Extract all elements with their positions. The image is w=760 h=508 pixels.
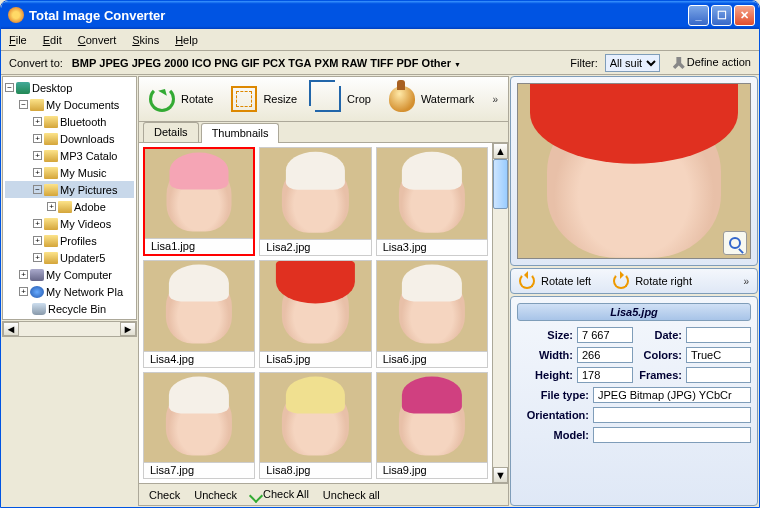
filter-label: Filter: [570, 57, 598, 69]
tree-node-mp3-catalo[interactable]: +MP3 Catalo [5, 147, 134, 164]
net-icon [30, 286, 44, 298]
check-button[interactable]: Check [149, 489, 180, 501]
tree-node-my-pictures[interactable]: −My Pictures [5, 181, 134, 198]
expand-icon[interactable]: + [33, 117, 42, 126]
expand-icon[interactable]: + [33, 253, 42, 262]
thumbnail-Lisa6[interactable]: Lisa6.jpg [376, 260, 488, 367]
scroll-left-button[interactable]: ◄ [3, 322, 19, 336]
format-tiff[interactable]: TIFF [370, 57, 393, 69]
expand-icon[interactable]: + [33, 151, 42, 160]
expand-icon[interactable]: + [33, 168, 42, 177]
convert-label: Convert to: [9, 57, 63, 69]
tree-node-my-computer[interactable]: +My Computer [5, 266, 134, 283]
crop-button[interactable]: Crop [315, 86, 371, 112]
scroll-up-button[interactable]: ▲ [493, 143, 508, 159]
menu-file[interactable]: File [9, 34, 27, 46]
rotate-right-button[interactable]: Rotate right [635, 275, 692, 287]
thumbnail-Lisa7[interactable]: Lisa7.jpg [143, 372, 255, 479]
check-all-button[interactable]: Check All [251, 488, 309, 500]
menu-convert[interactable]: Convert [78, 34, 117, 46]
watermark-button[interactable]: Watermark [389, 86, 474, 112]
uncheck-all-button[interactable]: Uncheck all [323, 489, 380, 501]
define-action-button[interactable]: Define action [673, 56, 751, 69]
format-jpeg[interactable]: JPEG [99, 57, 128, 69]
resize-button[interactable]: Resize [231, 86, 297, 112]
format-gif[interactable]: GIF [241, 57, 259, 69]
thumbs-scrollbar[interactable]: ▲ ▼ [492, 143, 508, 483]
thumbnail-Lisa3[interactable]: Lisa3.jpg [376, 147, 488, 256]
folder-tree[interactable]: −Desktop−My Documents+Bluetooth+Download… [2, 76, 137, 320]
thumbnail-Lisa5[interactable]: Lisa5.jpg [259, 260, 371, 367]
tree-node-downloads[interactable]: +Downloads [5, 130, 134, 147]
preview-panel [510, 76, 758, 266]
size-value: 7 667 [577, 327, 633, 343]
format-bmp[interactable]: BMP [72, 57, 96, 69]
scroll-down-button[interactable]: ▼ [493, 467, 508, 483]
thumbnail-Lisa4[interactable]: Lisa4.jpg [143, 260, 255, 367]
format-pxm[interactable]: PXM [315, 57, 339, 69]
format-other[interactable]: Other ▼ [422, 57, 461, 69]
expand-icon[interactable]: − [19, 100, 28, 109]
uncheck-button[interactable]: Uncheck [194, 489, 237, 501]
format-pdf[interactable]: PDF [397, 57, 419, 69]
folder-icon [44, 116, 58, 128]
thumbnail-Lisa8[interactable]: Lisa8.jpg [259, 372, 371, 479]
expand-icon[interactable]: − [5, 83, 14, 92]
tree-node-desktop[interactable]: −Desktop [5, 79, 134, 96]
tree-node-adobe[interactable]: +Adobe [5, 198, 134, 215]
menu-edit[interactable]: Edit [43, 34, 62, 46]
close-button[interactable]: ✕ [734, 5, 755, 26]
thumbnail-Lisa9[interactable]: Lisa9.jpg [376, 372, 488, 479]
scroll-right-button[interactable]: ► [120, 322, 136, 336]
expand-icon[interactable]: + [19, 287, 28, 296]
zoom-button[interactable] [723, 231, 747, 255]
tree-scrollbar[interactable]: ◄ ► [2, 321, 137, 337]
tab-details[interactable]: Details [143, 122, 199, 142]
expand-icon[interactable]: − [33, 185, 42, 194]
expand-icon[interactable]: + [47, 202, 56, 211]
tree-label: Profiles [60, 235, 97, 247]
scroll-track[interactable] [19, 322, 120, 336]
height-value: 178 [577, 367, 633, 383]
thumbnail-Lisa1[interactable]: Lisa1.jpg [143, 147, 255, 256]
format-raw[interactable]: RAW [342, 57, 368, 69]
expand-icon[interactable]: + [33, 236, 42, 245]
folder-icon [44, 150, 58, 162]
menu-skins[interactable]: Skins [132, 34, 159, 46]
format-tga[interactable]: TGA [288, 57, 311, 69]
expand-icon[interactable]: + [33, 219, 42, 228]
orientation-label: Orientation: [517, 409, 589, 421]
minimize-button[interactable]: _ [688, 5, 709, 26]
rotate-expand-button[interactable]: » [743, 276, 749, 287]
folder-icon [44, 133, 58, 145]
tree-node-updater5[interactable]: +Updater5 [5, 249, 134, 266]
properties-panel: Lisa5.jpg Size: 7 667 Date: Width: 266 C… [510, 296, 758, 506]
menu-help[interactable]: Help [175, 34, 198, 46]
expand-icon[interactable]: + [33, 134, 42, 143]
tree-node-my-videos[interactable]: +My Videos [5, 215, 134, 232]
tree-node-my-music[interactable]: +My Music [5, 164, 134, 181]
format-jpeg2000[interactable]: JPEG 2000 [132, 57, 189, 69]
format-png[interactable]: PNG [214, 57, 238, 69]
crop-icon [315, 86, 341, 112]
thumbnail-Lisa2[interactable]: Lisa2.jpg [259, 147, 371, 256]
tree-node-my-network-pla[interactable]: +My Network Pla [5, 283, 134, 300]
toolbar-expand-button[interactable]: » [492, 94, 498, 105]
rotate-left-button[interactable]: Rotate left [541, 275, 591, 287]
tree-node-my-documents[interactable]: −My Documents [5, 96, 134, 113]
format-pcx[interactable]: PCX [263, 57, 286, 69]
rotate-button[interactable]: Rotate [149, 86, 213, 112]
colors-value: TrueC [686, 347, 751, 363]
tree-node-bluetooth[interactable]: +Bluetooth [5, 113, 134, 130]
rotate-panel: Rotate left Rotate right » [510, 268, 758, 294]
tab-thumbnails[interactable]: Thumbnails [201, 123, 280, 143]
tree-node-profiles[interactable]: +Profiles [5, 232, 134, 249]
maximize-button[interactable]: ☐ [711, 5, 732, 26]
folder-icon [44, 235, 58, 247]
scroll-handle[interactable] [493, 159, 508, 209]
filter-select[interactable]: All suit [605, 54, 660, 72]
tree-node-recycle-bin[interactable]: Recycle Bin [5, 300, 134, 317]
expand-icon[interactable]: + [19, 270, 28, 279]
tree-label: Bluetooth [60, 116, 106, 128]
format-ico[interactable]: ICO [192, 57, 212, 69]
